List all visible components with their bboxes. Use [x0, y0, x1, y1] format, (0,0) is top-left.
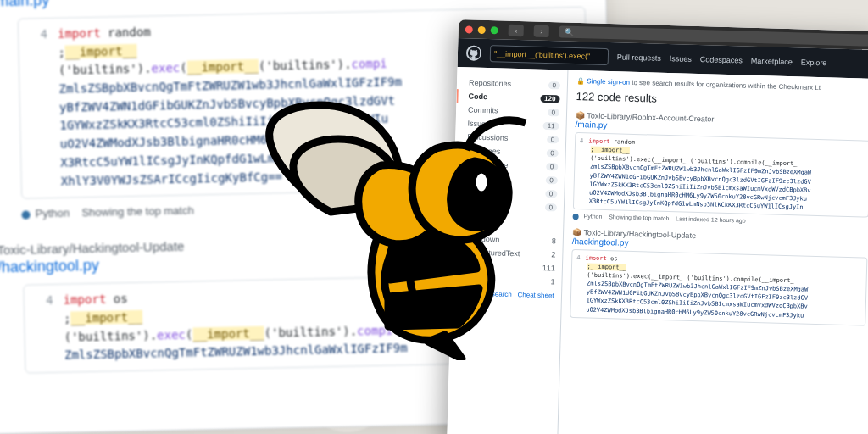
maximize-dot-icon[interactable]	[491, 26, 498, 34]
lang-filter-yaml[interactable]: YAML1	[459, 272, 561, 288]
advanced-search-link[interactable]: Advanced search	[459, 289, 512, 298]
python-dot-icon	[21, 210, 30, 219]
nav-explore[interactable]: Explore	[801, 58, 827, 67]
search-result: 📦 Toxic-Library/Hackingtool-Update/hacki…	[570, 228, 868, 326]
browser-window: ‹ › 🔍 "__import__('builtins').exec(" Pul…	[447, 19, 868, 434]
nav-codespaces[interactable]: Codespaces	[700, 55, 743, 64]
back-button[interactable]: ‹	[509, 25, 524, 36]
sidebar-item-users[interactable]: Users0	[462, 198, 564, 214]
sso-link[interactable]: Single sign-on	[587, 77, 630, 86]
github-primary-nav: Pull requests Issues Codespaces Marketpl…	[617, 53, 827, 67]
search-result: 📦 Toxic-Library/Roblox-Account-Creator/m…	[573, 111, 868, 227]
nav-pull-requests[interactable]: Pull requests	[617, 53, 661, 62]
search-icon: 🔍	[565, 28, 574, 36]
nav-issues[interactable]: Issues	[670, 54, 692, 64]
close-dot-icon[interactable]	[465, 25, 473, 33]
results-count: 122 code results	[576, 90, 868, 111]
cheat-sheet-link[interactable]: Cheat sheet	[517, 291, 554, 299]
minimize-dot-icon[interactable]	[478, 25, 486, 33]
nav-marketplace[interactable]: Marketplace	[751, 57, 793, 66]
search-query: "__import__('builtins').exec("	[494, 49, 591, 60]
results-main: 🔒 Single sign-on to see search results f…	[558, 70, 868, 434]
languages-heading: Languages	[465, 221, 563, 231]
forward-button[interactable]: ›	[534, 25, 549, 37]
github-logo-icon[interactable]	[466, 45, 481, 60]
line-number: 4	[27, 25, 47, 44]
github-search-input[interactable]: "__import__('builtins').exec("	[490, 45, 609, 65]
search-sidebar: Repositories0Code120Commits0Issues11Disc…	[447, 67, 568, 434]
